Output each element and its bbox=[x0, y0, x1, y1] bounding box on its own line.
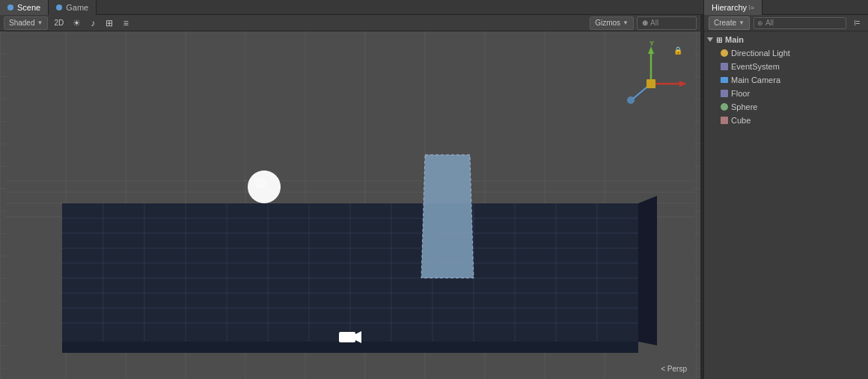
hierarchy-content: ⊞ Main Directional Light EventSystem Mai… bbox=[704, 31, 868, 379]
persp-text: < Persp bbox=[661, 365, 687, 373]
cube-icon bbox=[721, 117, 728, 124]
svg-text:Y: Y bbox=[650, 40, 654, 47]
left-tabs: Scene Game bbox=[0, 0, 703, 14]
scene-tab-label: Scene bbox=[17, 3, 40, 12]
scene-tab-dot bbox=[7, 4, 13, 10]
scene-viewport: Shaded ▼ 2D ☀ ♪ ⊞ ≡ Gizmos ▼ ⊕ All bbox=[0, 15, 700, 379]
svg-point-40 bbox=[254, 177, 266, 189]
right-tabs: Hierarchy ⁞= bbox=[703, 0, 868, 14]
gizmos-label: Gizmos bbox=[595, 19, 620, 27]
hierarchy-tab-icons: ⁞= bbox=[748, 4, 754, 11]
hierarchy-main-group[interactable]: ⊞ Main bbox=[704, 33, 868, 46]
scene-svg: Y 🔒 bbox=[0, 31, 700, 379]
svg-point-49 bbox=[627, 96, 635, 104]
main-content: Shaded ▼ 2D ☀ ♪ ⊞ ≡ Gizmos ▼ ⊕ All bbox=[0, 15, 868, 379]
search-all-input[interactable]: ⊕ All bbox=[637, 16, 697, 30]
game-tab-dot bbox=[56, 4, 62, 10]
hierarchy-tab[interactable]: Hierarchy ⁞= bbox=[704, 0, 762, 15]
camera-icon bbox=[339, 329, 361, 349]
shaded-label: Shaded bbox=[9, 19, 34, 27]
main-camera-icon bbox=[721, 77, 728, 83]
persp-label: < Persp bbox=[661, 365, 687, 373]
two-d-label: 2D bbox=[54, 19, 64, 27]
audio-icon[interactable]: ♪ bbox=[86, 16, 100, 30]
sphere-icon bbox=[721, 103, 728, 111]
hierarchy-search-input[interactable]: ⊕ All bbox=[754, 17, 846, 29]
hierarchy-item-sphere[interactable]: Sphere bbox=[704, 100, 868, 114]
svg-marker-38 bbox=[638, 196, 657, 345]
search-icon: ⊕ bbox=[642, 19, 648, 27]
hierarchy-panel: Create ▼ ⊕ All ⁞= ⊞ Main Directional Lig… bbox=[703, 15, 868, 379]
hierarchy-toolbar: Create ▼ ⊕ All ⁞= bbox=[704, 15, 868, 31]
top-tabs-row: Scene Game Hierarchy ⁞= bbox=[0, 0, 868, 15]
hierarchy-menu-icon[interactable]: ⁞= bbox=[850, 16, 864, 30]
gizmos-chevron: ▼ bbox=[623, 19, 629, 26]
shaded-chevron: ▼ bbox=[37, 19, 43, 26]
hierarchy-item-directional-light[interactable]: Directional Light bbox=[704, 46, 868, 60]
create-label: Create bbox=[714, 19, 736, 27]
sun-icon[interactable]: ☀ bbox=[70, 16, 83, 30]
search-all-label: All bbox=[650, 19, 658, 27]
scene-canvas[interactable]: Y 🔒 < Persp bbox=[0, 31, 700, 379]
two-d-button[interactable]: 2D bbox=[51, 16, 67, 30]
cube-label: Cube bbox=[731, 116, 751, 125]
floor-icon bbox=[721, 90, 728, 97]
sphere-label: Sphere bbox=[731, 102, 757, 111]
scene-toolbar: Shaded ▼ 2D ☀ ♪ ⊞ ≡ Gizmos ▼ ⊕ All bbox=[0, 15, 700, 31]
svg-text:🔒: 🔒 bbox=[673, 46, 683, 55]
gizmos-button[interactable]: Gizmos ▼ bbox=[590, 16, 634, 30]
game-tab-label: Game bbox=[66, 3, 88, 12]
event-system-label: EventSystem bbox=[731, 62, 780, 71]
create-chevron: ▼ bbox=[739, 19, 745, 26]
svg-rect-50 bbox=[647, 79, 655, 88]
directional-light-icon bbox=[721, 49, 728, 57]
tab-scene[interactable]: Scene bbox=[0, 0, 49, 15]
tab-game[interactable]: Game bbox=[49, 0, 97, 15]
hierarchy-item-floor[interactable]: Floor bbox=[704, 87, 868, 100]
hierarchy-item-event-system[interactable]: EventSystem bbox=[704, 60, 868, 73]
main-camera-label: Main Camera bbox=[731, 76, 780, 84]
directional-light-label: Directional Light bbox=[731, 49, 790, 58]
hierarchy-tab-label: Hierarchy bbox=[712, 3, 747, 12]
main-group-arrow bbox=[707, 37, 713, 42]
event-system-icon bbox=[721, 63, 728, 70]
floor-label: Floor bbox=[731, 89, 750, 98]
svg-marker-41 bbox=[421, 155, 474, 278]
hierarchy-search-placeholder: All bbox=[765, 19, 774, 27]
stats-icon[interactable]: ≡ bbox=[119, 16, 132, 30]
main-group-scene-icon: ⊞ bbox=[716, 36, 722, 44]
search-icon-small: ⊕ bbox=[757, 19, 763, 27]
hierarchy-item-main-camera[interactable]: Main Camera bbox=[704, 73, 868, 87]
svg-marker-53 bbox=[355, 331, 361, 343]
svg-rect-52 bbox=[339, 332, 355, 342]
create-button[interactable]: Create ▼ bbox=[709, 16, 750, 30]
hierarchy-item-cube[interactable]: Cube bbox=[704, 114, 868, 127]
main-group-label: Main bbox=[725, 35, 744, 44]
shaded-dropdown[interactable]: Shaded ▼ bbox=[4, 16, 48, 30]
camera-effect-icon[interactable]: ⊞ bbox=[103, 16, 116, 30]
